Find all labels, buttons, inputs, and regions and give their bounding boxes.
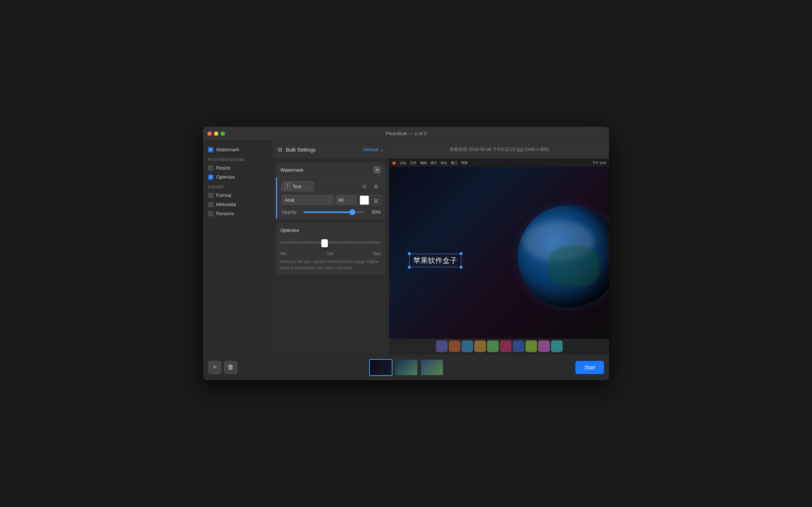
tick-5 [371,239,371,242]
watermark-section-header: Watermark + [276,163,385,178]
panel-header: ⊞ Bulk Settings Default ⌄ [272,141,389,159]
opacity-value: 80% [368,210,381,215]
earth-land [548,246,600,287]
optimize-slider-area: Min Opt Max [280,237,381,256]
resize-checkbox[interactable] [208,165,213,171]
postprocessing-section-label: POSTPROCESSING [203,154,272,163]
center-panel: ⊞ Bulk Settings Default ⌄ Watermark + [272,141,389,354]
add-icon: + [213,363,217,371]
metadata-checkbox[interactable] [208,202,213,207]
font-size-value: 48 [338,197,343,203]
sidebar-item-rename[interactable]: Rename [203,209,272,218]
watermark-text[interactable]: 苹果软件盒子 [409,254,461,267]
underline-button[interactable]: U [371,195,381,205]
font-size-control[interactable]: 48 ⌄ [336,195,357,205]
slider-track [303,211,364,213]
copy-watermark-button[interactable]: ⧉ [360,182,369,191]
traffic-lights [207,131,225,136]
optimize-thumb[interactable] [321,239,328,247]
resize-label: Resize [216,165,231,171]
image-preview: 屏幕快照-2019-08-08-下午5.02.02.jpg (1440 x 90… [389,141,609,354]
sidebar-item-optimize[interactable]: Optimize [203,172,272,182]
menu-item6: 窗口 [451,161,457,165]
watermark-container[interactable]: 苹果软件盒子 [409,254,461,267]
metadata-label: Metadata [216,202,236,207]
add-files-button[interactable]: + [208,361,221,374]
delete-watermark-button[interactable]: 🗑 [371,182,381,191]
bottom-actions: + 🗑 [208,361,237,374]
app-window: PhotoBulk — 1 of 3 Watermark POSTPROCESS… [203,127,609,380]
preset-chevron-icon: ⌄ [380,147,384,152]
handle-tl[interactable] [408,252,411,255]
maximize-button[interactable] [221,131,225,136]
main-content: Watermark POSTPROCESSING Resize Optimize… [203,141,609,354]
panel-body: Watermark + T Text ⌄ ⧉ [272,159,389,354]
dock-icon-6 [500,340,512,352]
font-row: Arial ⌄ 48 ⌄ U [281,195,381,205]
dock-icon-1 [436,340,448,352]
menu-item1: 访达 [400,161,406,165]
optimize-track [280,242,381,243]
preview-filename: 屏幕快照-2019-08-08-下午5.02.02.jpg (1440 x 90… [449,146,548,153]
sidebar-item-resize[interactable]: Resize [203,163,272,172]
format-checkbox[interactable] [208,193,213,198]
handle-tr[interactable] [460,252,463,255]
menu-item5: 前往 [441,161,447,165]
thumb-image-2 [395,360,417,375]
handle-bl[interactable] [408,266,411,268]
dock-icon-2 [449,340,460,352]
add-watermark-button[interactable]: + [374,166,381,174]
dock-icon-5 [487,340,499,352]
rename-checkbox[interactable] [208,211,213,216]
type-label: Text [292,184,301,189]
thumbnail-strip [237,359,575,376]
preset-selector[interactable]: Default ⌄ [363,147,384,152]
optimize-section-title: Optimize [280,228,381,233]
watermark-checkbox[interactable] [208,147,213,152]
sidebar: Watermark POSTPROCESSING Resize Optimize… [203,141,272,354]
handle-br[interactable] [460,266,463,268]
sidebar-item-metadata[interactable]: Metadata [203,200,272,209]
dock-icon-3 [461,340,473,352]
type-dropdown[interactable]: T Text ⌄ [281,181,314,191]
optimize-labels: Min Opt Max [280,251,381,256]
dock-icon-4 [474,340,486,352]
menu-item7: 帮助 [461,161,468,165]
rename-label: Rename [216,211,234,216]
window-title: PhotoBulk — 1 of 3 [386,131,426,136]
optimize-track-container [280,237,381,249]
font-name: Arial [285,197,294,203]
color-picker-button[interactable] [360,195,369,205]
tick-3 [330,239,331,242]
optimize-description: Reduces file size, doesn't deteriorate t… [280,259,381,271]
minimize-button[interactable] [214,131,218,136]
sidebar-item-watermark[interactable]: Watermark [203,145,272,154]
delete-files-button[interactable]: 🗑 [224,361,237,374]
tick-4 [351,239,351,242]
dock-icon-10 [551,340,563,352]
preview-area: 🍎 访达 文件 编辑 显示 前往 窗口 帮助 下午 5:02 [389,159,609,354]
slider-fill [303,211,352,213]
optimize-checkbox[interactable] [208,175,213,180]
watermark-section-title: Watermark [280,167,303,173]
opacity-row: Opacity 80% [281,209,381,216]
slider-thumb[interactable] [349,209,355,215]
thumbnail-3[interactable] [420,359,444,376]
watermark-selection: 苹果软件盒子 [409,254,461,267]
bulk-settings-icon: ⊞ [277,146,282,153]
opacity-label: Opacity [281,210,300,215]
opacity-slider[interactable] [303,209,364,216]
text-type-icon: T [285,183,290,190]
watermark-body: T Text ⌄ ⧉ 🗑 Arial [276,178,385,220]
sidebar-item-format[interactable]: Format [203,191,272,200]
screenshot-preview: 🍎 访达 文件 编辑 显示 前往 窗口 帮助 下午 5:02 [389,159,609,354]
start-button[interactable]: Start [575,361,604,374]
font-dropdown[interactable]: Arial ⌄ [281,195,333,205]
thumbnail-1[interactable] [369,359,392,376]
bottom-bar: + 🗑 Start [203,354,609,380]
close-button[interactable] [207,131,212,136]
delete-icon: 🗑 [227,363,234,371]
optimize-section: Optimize [276,223,385,275]
thumbnail-2[interactable] [395,359,418,376]
size-chevron-icon: ⌄ [345,198,348,202]
